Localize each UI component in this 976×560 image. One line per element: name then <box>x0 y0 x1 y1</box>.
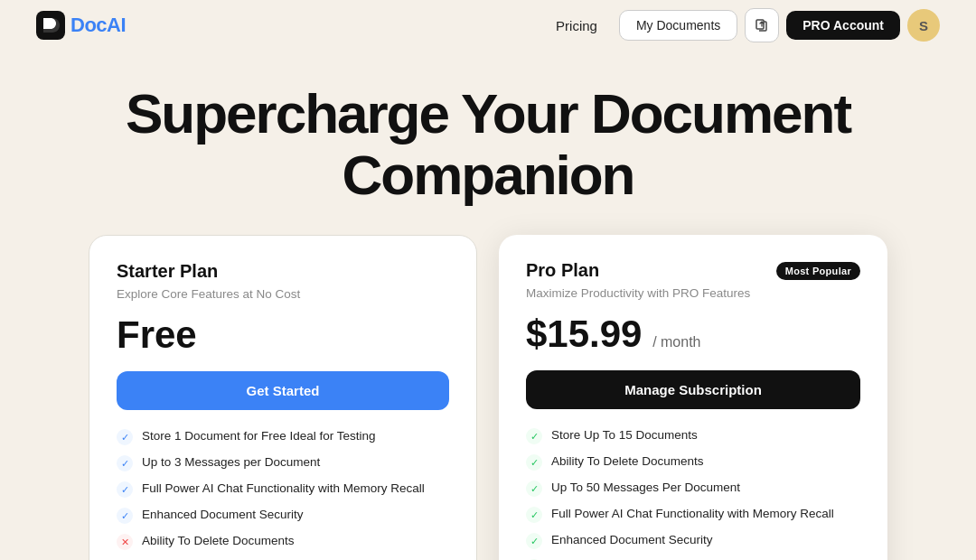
list-item: ✓ Ability To Delete Documents <box>526 453 860 471</box>
list-item: ✓ Enhanced Document Security <box>526 532 860 549</box>
pro-feature-list: ✓ Store Up To 15 Documents ✓ Ability To … <box>526 427 860 560</box>
starter-plan-header: Starter Plan <box>117 261 449 282</box>
upload-icon <box>755 18 769 33</box>
pro-plan-header: Pro Plan Most Popular <box>526 260 860 281</box>
feature-text: Up To 50 Messages Per Document <box>551 480 740 497</box>
pro-plan-price: $15.99 / month <box>526 313 860 356</box>
pro-plan-name: Pro Plan <box>526 260 599 281</box>
feature-text: Ability To Delete Documents <box>142 533 295 550</box>
logo: DocAI <box>36 11 126 40</box>
check-icon: ✓ <box>526 481 542 497</box>
list-item: ✓ Up to 3 Messages per Document <box>117 454 449 471</box>
manage-subscription-button[interactable]: Manage Subscription <box>526 370 860 409</box>
feature-text: Store 1 Document for Free Ideal for Test… <box>142 428 376 445</box>
header: DocAI Pricing My Documents PRO Account S <box>0 0 976 51</box>
check-icon: ✓ <box>117 508 133 524</box>
feature-text: Up to 3 Messages per Document <box>142 454 320 471</box>
main-nav: Pricing My Documents PRO Account S <box>541 8 940 42</box>
pro-account-button[interactable]: PRO Account <box>786 11 900 40</box>
x-icon: ✕ <box>117 534 133 550</box>
list-item: ✓ Store 1 Document for Free Ideal for Te… <box>117 428 449 445</box>
svg-rect-1 <box>756 20 764 29</box>
avatar[interactable]: S <box>907 9 940 42</box>
my-documents-button[interactable]: My Documents <box>619 10 737 41</box>
most-popular-badge: Most Popular <box>776 262 860 280</box>
upload-button[interactable] <box>745 8 779 42</box>
check-icon: ✓ <box>117 429 133 445</box>
feature-text: Enhanced Document Security <box>142 507 304 524</box>
pro-plan-period: / month <box>652 334 700 350</box>
list-item: ✓ Full Power AI Chat Functionality with … <box>526 506 860 523</box>
check-icon: ✓ <box>526 428 542 444</box>
feature-text: Enhanced Document Security <box>551 532 713 549</box>
feature-text: Full Power AI Chat Functionality with Me… <box>551 506 834 523</box>
check-icon: ✓ <box>526 507 542 523</box>
check-icon: ✓ <box>117 455 133 471</box>
pricing-nav-link[interactable]: Pricing <box>541 11 612 41</box>
feature-text: Store Up To 15 Documents <box>551 427 698 444</box>
hero-section: Supercharge Your Document Companion <box>0 51 976 228</box>
pricing-cards: Starter Plan Explore Core Features at No… <box>0 235 976 560</box>
feature-text: Full Power AI Chat Functionality with Me… <box>142 481 425 498</box>
list-item: ✓ Enhanced Document Security <box>117 507 449 524</box>
starter-plan-price: Free <box>117 313 449 357</box>
starter-plan-card: Starter Plan Explore Core Features at No… <box>89 235 477 560</box>
starter-feature-list: ✓ Store 1 Document for Free Ideal for Te… <box>117 428 449 560</box>
check-icon: ✓ <box>526 533 542 549</box>
starter-plan-name: Starter Plan <box>117 261 218 282</box>
check-icon: ✓ <box>117 481 133 498</box>
list-item: ✓ Up To 50 Messages Per Document <box>526 480 860 497</box>
logo-text: DocAI <box>70 14 126 37</box>
starter-plan-description: Explore Core Features at No Cost <box>117 287 449 301</box>
pro-plan-description: Maximize Productivity with PRO Features <box>526 286 860 300</box>
feature-text: Ability To Delete Documents <box>551 453 704 471</box>
list-item: ✓ Full Power AI Chat Functionality with … <box>117 481 449 498</box>
list-item: ✓ Store Up To 15 Documents <box>526 427 860 444</box>
logo-icon <box>36 11 65 40</box>
check-icon: ✓ <box>526 454 542 471</box>
get-started-button[interactable]: Get Started <box>117 371 449 410</box>
list-item: ✕ Ability To Delete Documents <box>117 533 449 550</box>
pro-plan-card: Pro Plan Most Popular Maximize Productiv… <box>499 235 887 560</box>
hero-title: Supercharge Your Document Companion <box>36 83 940 206</box>
